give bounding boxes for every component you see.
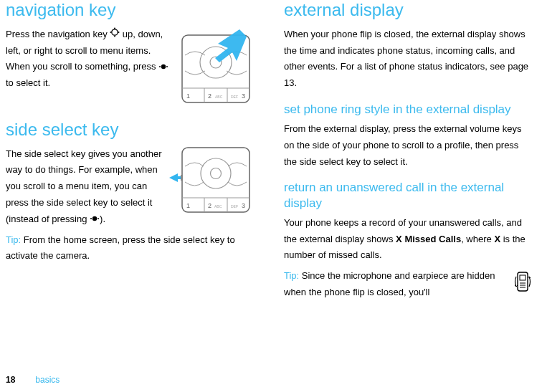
text: Since the microphone and earpiece are hi… [284,270,495,297]
tip-label: Tip: [284,270,299,281]
svg-point-14 [114,35,115,37]
svg-point-13 [114,27,115,29]
svg-point-18 [161,64,166,68]
left-column: navigation key 1 [6,0,255,305]
svg-point-15 [110,32,112,33]
text: From the home screen, press the side sel… [6,234,235,262]
right-column: external display When your phone flip is… [284,0,533,305]
svg-text:DEF: DEF [231,204,238,209]
text: The side select key gives you another wa… [6,148,162,224]
flip-tip-paragraph: Tip: Since the microphone and earpiece a… [284,268,533,301]
phone-illustration-side: 1 2 ABC 3 DEF [169,146,255,215]
page-number: 18 [6,375,15,385]
svg-text:1: 1 [186,92,190,100]
ring-style-paragraph: From the external display, press the ext… [284,121,533,170]
center-key-icon [90,211,100,228]
svg-point-12 [112,29,118,35]
heading-external-display: external display [284,0,533,21]
text: to select it. [6,77,50,88]
heading-ring-style: set phone ring style in the external dis… [284,102,533,117]
page-footer: 18basics [6,375,60,385]
svg-point-35 [98,218,99,219]
svg-text:2: 2 [208,202,211,209]
nav-key-icon [110,27,120,43]
svg-rect-32 [181,175,183,181]
text: , where [461,234,494,244]
heading-navigation-key: navigation key [6,0,255,21]
external-display-paragraph: When your phone flip is closed, the exte… [284,27,533,92]
phone-keypad-nav-icon: 1 2 ABC 3 DEF [176,27,255,104]
text: ). [100,214,105,224]
svg-point-17 [159,66,161,67]
heading-return-call: return an unanswered call in the externa… [284,180,533,211]
phone-illustration-nav: 1 2 ABC 3 DEF [176,27,255,104]
svg-text:ABC: ABC [214,204,222,209]
flip-phone-icon [513,269,533,294]
svg-point-19 [166,66,168,67]
text: Press the navigation key [6,29,110,39]
missed-calls-bold: X Missed Calls [396,234,461,244]
nav-key-block: 1 2 ABC 3 DEF Press the navigation key u… [6,27,255,107]
center-key-icon [158,59,168,76]
svg-point-33 [90,218,92,219]
phone-keypad-side-icon: 1 2 ABC 3 DEF [169,146,255,215]
section-name: basics [35,375,60,385]
tip-label: Tip: [6,234,21,245]
svg-point-34 [92,216,97,221]
svg-marker-31 [169,173,181,182]
svg-rect-37 [520,275,526,280]
svg-text:3: 3 [242,202,245,209]
return-call-paragraph: Your phone keeps a record of your unansw… [284,215,533,264]
svg-text:2: 2 [208,92,211,100]
svg-text:3: 3 [242,92,245,100]
svg-text:ABC: ABC [215,95,223,99]
side-select-tip: Tip: From the home screen, press the sid… [6,232,255,265]
svg-text:DEF: DEF [231,95,238,99]
side-select-block: side select key 1 [6,107,255,269]
flip-phone-illustration [513,269,533,297]
svg-text:1: 1 [186,202,190,209]
heading-side-select: side select key [6,120,255,140]
svg-rect-20 [182,148,249,212]
missed-count-bold: X [494,234,500,244]
flip-tip-block: Tip: Since the microphone and earpiece a… [284,268,533,305]
